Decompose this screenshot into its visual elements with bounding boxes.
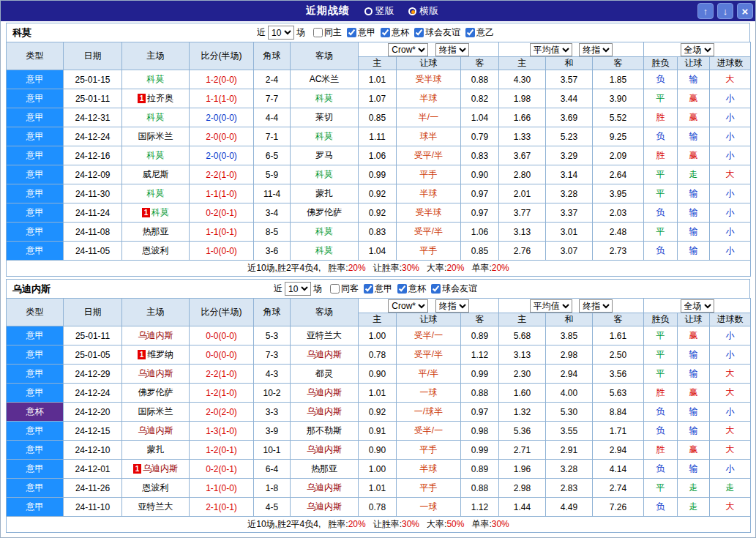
red-card-badge: 1 (142, 208, 150, 217)
match-count-select[interactable]: 10 (268, 26, 294, 40)
odds-handicap-cell: 受半/一 (397, 326, 461, 345)
filter-label: 意甲 (375, 283, 392, 295)
filter-checkbox[interactable]: 意杯 (381, 26, 409, 39)
odds-handicap-cell: 一球 (397, 384, 461, 403)
avg-source-select[interactable]: 平均值 (530, 43, 572, 56)
checkbox-input[interactable] (364, 284, 373, 294)
filter-checkbox[interactable]: 意甲 (347, 26, 375, 39)
result-cell: 负 (644, 70, 678, 89)
games-label: 场 (296, 26, 305, 39)
summary-stat-value: 30% (402, 263, 419, 273)
goals-result-cell: 小 (710, 108, 751, 127)
away-team-name: 亚特兰大 (307, 330, 342, 340)
away-team-name: AC米兰 (310, 74, 340, 84)
away-team-cell: 罗马 (291, 146, 359, 165)
col-header-score: 比分(半场) (190, 42, 254, 70)
league-cell: 意甲 (7, 479, 64, 498)
filter-checkbox[interactable]: 球会友谊 (431, 283, 477, 295)
filter-checkbox[interactable]: 同主 (313, 26, 342, 39)
filter-checkbox[interactable]: 意乙 (465, 26, 494, 39)
filter-checkbox[interactable]: 意甲 (364, 283, 392, 295)
result-cell: 平 (644, 165, 678, 184)
date-cell: 24-12-24 (64, 384, 122, 403)
result-cell: 胜 (644, 108, 678, 127)
avg-dropdown-cell: 平均值 终指 (499, 299, 644, 313)
goals-result-cell: 大 (710, 384, 751, 403)
checkbox-input[interactable] (397, 284, 407, 294)
league-cell: 意甲 (7, 345, 64, 365)
checkbox-input[interactable] (330, 284, 340, 294)
away-team-name: 乌迪内斯 (307, 349, 342, 359)
odds-company-select[interactable]: Crow* (388, 43, 428, 56)
checkbox-input[interactable] (414, 28, 424, 37)
avg-home-cell: 1.60 (499, 384, 546, 403)
league-cell: 意甲 (7, 165, 64, 184)
filter-checkbox[interactable]: 球会友谊 (414, 26, 460, 39)
avg-away-cell: 1.61 (593, 326, 644, 345)
avg-away-cell: 2.48 (593, 223, 644, 242)
avg-home-cell: 2.30 (499, 365, 546, 384)
avg-draw-cell: 3.85 (546, 326, 593, 345)
corners-cell: 3-4 (254, 203, 291, 223)
avg-draw-cell: 3.57 (546, 70, 593, 89)
date-cell: 24-12-01 (64, 460, 122, 479)
scroll-up-button[interactable]: ↑ (697, 3, 714, 19)
match-row: 意甲25-01-11乌迪内斯0-0(0-0)5-3亚特兰大1.00受半/一0.8… (7, 326, 751, 345)
match-row: 意甲25-01-111拉齐奥1-1(1-0)7-7科莫1.07半球0.821.9… (7, 89, 751, 108)
match-row: 意甲24-11-26恩波利1-1(0-0)1-8乌迪内斯1.01平手0.882.… (7, 479, 751, 498)
match-count-select[interactable]: 10 (285, 282, 311, 296)
goals-result-cell: 小 (710, 326, 751, 345)
avg-away-cell: 7.26 (593, 498, 644, 517)
checkbox-input[interactable] (313, 28, 323, 37)
corners-cell: 10-2 (254, 384, 291, 403)
home-team-name: 亚特兰大 (138, 501, 173, 512)
result-cell: 平 (644, 184, 678, 203)
summary-stat-label: 胜率: (328, 263, 348, 273)
radio-vertical-layout[interactable]: 竖版 (364, 4, 394, 18)
result-cell: 平 (644, 326, 678, 345)
checkbox-input[interactable] (381, 28, 390, 37)
match-row: 意甲24-12-24国际米兰2-0(0-0)7-1科莫1.11球半0.791.3… (7, 127, 751, 146)
filter-checkbox[interactable]: 意杯 (397, 283, 426, 295)
checkbox-input[interactable] (431, 284, 441, 294)
odds-away-cell: 0.99 (461, 441, 499, 460)
col-header-home: 主场 (122, 42, 190, 70)
league-cell: 意甲 (7, 422, 64, 441)
fulltime-select[interactable]: 全场 (681, 299, 714, 313)
home-team-name: 佛罗伦萨 (138, 387, 173, 397)
avg-final-select[interactable]: 终指 (579, 299, 613, 313)
goals-result-cell: 大 (710, 70, 751, 89)
score-cell: 1-1(1-0) (190, 89, 254, 108)
home-team-cell: 亚特兰大 (122, 498, 190, 517)
avg-home-cell: 4.30 (499, 70, 546, 89)
avg-source-select[interactable]: 平均值 (530, 299, 572, 313)
avg-final-select[interactable]: 终指 (579, 43, 613, 56)
odds-final-select[interactable]: 终指 (435, 299, 469, 313)
result-cell: 平 (644, 345, 678, 365)
close-button[interactable]: × (737, 3, 753, 19)
radio-horizontal-layout[interactable]: 横版 (408, 4, 438, 18)
corners-cell: 3-3 (254, 403, 291, 422)
avg-away-cell: 2.74 (593, 479, 644, 498)
league-cell: 意甲 (7, 108, 64, 127)
result-cell: 平 (644, 365, 678, 384)
avg-draw-cell: 3.44 (546, 89, 593, 108)
home-team-cell: 国际米兰 (122, 403, 190, 422)
away-team-name: 科莫 (315, 131, 333, 141)
filter-checkbox[interactable]: 同客 (330, 283, 359, 295)
odds-final-select[interactable]: 终指 (435, 43, 469, 56)
page-title: 近期战绩 (306, 4, 350, 18)
checkbox-input[interactable] (465, 28, 475, 37)
odds-company-select[interactable]: Crow* (388, 299, 428, 313)
filter-label: 球会友谊 (425, 26, 460, 39)
score-cell: 0-2(0-1) (190, 460, 254, 479)
home-team-name: 威尼斯 (143, 169, 169, 179)
fulltime-select[interactable]: 全场 (681, 43, 714, 56)
avg-home-cell: 1.96 (499, 460, 546, 479)
odds-handicap-cell: 平手 (397, 165, 461, 184)
scroll-down-button[interactable]: ↓ (717, 3, 733, 19)
red-card-badge: 1 (138, 94, 146, 103)
score-cell: 2-2(1-0) (190, 365, 254, 384)
checkbox-input[interactable] (347, 28, 356, 37)
corners-cell: 3-9 (254, 422, 291, 441)
